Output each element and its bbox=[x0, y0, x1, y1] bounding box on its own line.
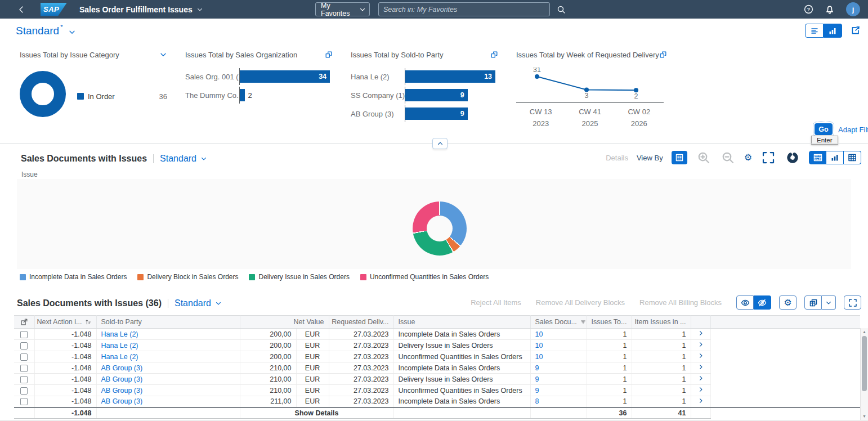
avatar[interactable]: j bbox=[846, 2, 860, 16]
sold-to-link[interactable]: AB Group (3) bbox=[101, 397, 143, 405]
search-input[interactable] bbox=[378, 2, 550, 16]
table-fullscreen-button[interactable] bbox=[844, 295, 861, 310]
row-checkbox[interactable] bbox=[20, 342, 28, 350]
column-header-sel[interactable] bbox=[14, 316, 34, 329]
sap-logo[interactable]: SAP bbox=[41, 3, 67, 16]
open-card-icon[interactable] bbox=[659, 51, 667, 59]
view-by-button[interactable]: View By bbox=[637, 154, 663, 162]
back-icon[interactable] bbox=[17, 5, 26, 14]
page-variant-select[interactable]: Standard* bbox=[16, 25, 76, 37]
vertical-scrollbar[interactable]: ▲ ▼ bbox=[860, 328, 868, 420]
legend-item[interactable]: Delivery Issue in Sales Orders bbox=[249, 273, 349, 281]
bar-chart-row[interactable]: Sales Org. 001 (...34 bbox=[185, 70, 333, 83]
row-navigate-icon[interactable] bbox=[697, 375, 704, 382]
row-checkbox[interactable] bbox=[20, 365, 28, 372]
chart-settings-gear-icon[interactable]: ⚙ bbox=[744, 153, 752, 162]
bar[interactable]: 34 bbox=[240, 70, 330, 83]
row-navigate-icon[interactable] bbox=[697, 386, 704, 393]
scrollbar-thumb[interactable] bbox=[862, 336, 867, 391]
sales-doc-link[interactable]: 9 bbox=[535, 364, 539, 372]
sales-doc-link[interactable]: 10 bbox=[535, 342, 543, 350]
show-details-link[interactable]: Show Details bbox=[240, 407, 393, 419]
scroll-up-arrow[interactable]: ▲ bbox=[861, 328, 868, 335]
app-title-menu[interactable]: Sales Order Fulfillment Issues bbox=[79, 5, 203, 14]
column-header-requested_delivery[interactable]: Requested Deliv... bbox=[329, 316, 393, 329]
remove-all-delivery-blocks-button[interactable]: Remove All Delivery Blocks bbox=[536, 298, 625, 307]
filter-view-button[interactable] bbox=[805, 24, 824, 38]
issues-donut-chart[interactable] bbox=[413, 201, 467, 256]
sales-doc-link[interactable]: 9 bbox=[535, 375, 539, 383]
column-header-item_issues[interactable]: Item Issues in ... bbox=[632, 316, 691, 329]
collapse-header-button[interactable] bbox=[432, 138, 448, 149]
sales-org-bar-chart[interactable]: Sales Org. 001 (...34The Dummy Co...2 bbox=[185, 70, 333, 102]
zoom-in-icon[interactable] bbox=[696, 151, 712, 164]
table-only-button[interactable] bbox=[844, 151, 861, 164]
donut-chart[interactable] bbox=[20, 71, 66, 117]
zoom-out-icon[interactable] bbox=[720, 151, 736, 164]
hide-items-button[interactable] bbox=[754, 295, 771, 310]
show-items-button[interactable] bbox=[736, 295, 754, 310]
column-header-net_value[interactable]: Net Value bbox=[240, 316, 329, 329]
sales-doc-link[interactable]: 8 bbox=[535, 397, 539, 405]
bar[interactable]: 9 bbox=[405, 108, 468, 120]
fullscreen-icon[interactable] bbox=[760, 151, 776, 164]
row-navigate-icon[interactable] bbox=[697, 330, 704, 337]
row-navigate-icon[interactable] bbox=[697, 341, 704, 348]
open-card-icon[interactable] bbox=[325, 51, 333, 59]
row-navigate-icon[interactable] bbox=[697, 352, 704, 359]
bar-chart-row[interactable]: AB Group (3)9 bbox=[351, 107, 498, 120]
sold-to-link[interactable]: Hana Le (2) bbox=[101, 342, 138, 350]
bar-chart-row[interactable]: The Dummy Co...2 bbox=[185, 88, 333, 102]
sold-to-link[interactable]: Hana Le (2) bbox=[101, 330, 138, 338]
chart-only-button[interactable] bbox=[826, 151, 844, 164]
sold-to-link[interactable]: AB Group (3) bbox=[101, 375, 143, 383]
share-icon[interactable] bbox=[851, 25, 861, 35]
column-header-issues_total[interactable]: Issues To... bbox=[587, 316, 632, 329]
issue-category-donut-chart[interactable]: In Order 36 bbox=[20, 71, 167, 117]
bar[interactable] bbox=[240, 89, 245, 101]
reject-all-items-button[interactable]: Reject All Items bbox=[471, 298, 521, 307]
export-button[interactable] bbox=[804, 295, 822, 310]
go-button[interactable]: Go bbox=[815, 123, 833, 135]
export-menu-button[interactable] bbox=[822, 295, 836, 310]
search-scope-select[interactable]: My Favorites bbox=[315, 2, 370, 16]
sold-to-link[interactable]: AB Group (3) bbox=[101, 364, 143, 372]
row-checkbox[interactable] bbox=[20, 353, 28, 361]
mixed-view-button[interactable] bbox=[809, 151, 826, 164]
sold-to-link[interactable]: Hana Le (2) bbox=[101, 353, 138, 361]
bar[interactable]: 9 bbox=[405, 89, 468, 101]
column-header-nav[interactable] bbox=[691, 316, 710, 329]
chart-view-button[interactable] bbox=[824, 24, 842, 38]
row-checkbox[interactable] bbox=[20, 376, 28, 383]
sales-doc-link[interactable]: 10 bbox=[535, 353, 543, 361]
sales-doc-link[interactable]: 9 bbox=[535, 387, 539, 395]
table-settings-button[interactable]: ⚙ bbox=[779, 295, 797, 310]
row-checkbox[interactable] bbox=[20, 331, 28, 338]
details-button[interactable]: Details bbox=[606, 154, 628, 162]
chart-type-donut-icon[interactable] bbox=[785, 151, 800, 164]
search-icon[interactable] bbox=[557, 5, 566, 14]
sold-to-bar-chart[interactable]: Hana Le (2)13SS Company (1)9AB Group (3)… bbox=[351, 70, 498, 120]
chevron-down-icon[interactable] bbox=[159, 51, 167, 59]
week-line-chart[interactable]: 3132CW 13CW 41CW 02202320252026 bbox=[516, 68, 664, 128]
legend-item[interactable]: Delivery Block in Sales Orders bbox=[137, 273, 238, 281]
bar[interactable]: 13 bbox=[405, 70, 495, 83]
legend-item[interactable]: Unconfirmed Quantities in Sales Orders bbox=[360, 273, 489, 281]
chart-variant-select[interactable]: Standard bbox=[160, 154, 207, 164]
help-icon[interactable]: ? bbox=[804, 5, 813, 14]
row-checkbox[interactable] bbox=[20, 387, 28, 395]
sales-doc-link[interactable]: 10 bbox=[535, 330, 543, 338]
row-checkbox[interactable] bbox=[20, 398, 28, 405]
deselect-all-icon[interactable] bbox=[20, 318, 28, 326]
adapt-filters-link[interactable]: Adapt Filters bbox=[838, 126, 868, 134]
legend-item[interactable]: Incomplete Data in Sales Orders bbox=[20, 273, 127, 281]
toggle-legend-button[interactable] bbox=[672, 151, 687, 164]
column-header-sold_to[interactable]: Sold-to Party bbox=[96, 316, 240, 329]
remove-all-billing-blocks-button[interactable]: Remove All Billing Blocks bbox=[639, 298, 722, 307]
notifications-icon[interactable] bbox=[825, 5, 835, 15]
row-navigate-icon[interactable] bbox=[697, 397, 704, 404]
bar-chart-row[interactable]: Hana Le (2)13 bbox=[351, 70, 498, 83]
bar-chart-row[interactable]: SS Company (1)9 bbox=[351, 88, 498, 102]
scroll-down-arrow[interactable]: ▼ bbox=[861, 413, 868, 420]
column-header-issue[interactable]: Issue bbox=[393, 316, 530, 329]
